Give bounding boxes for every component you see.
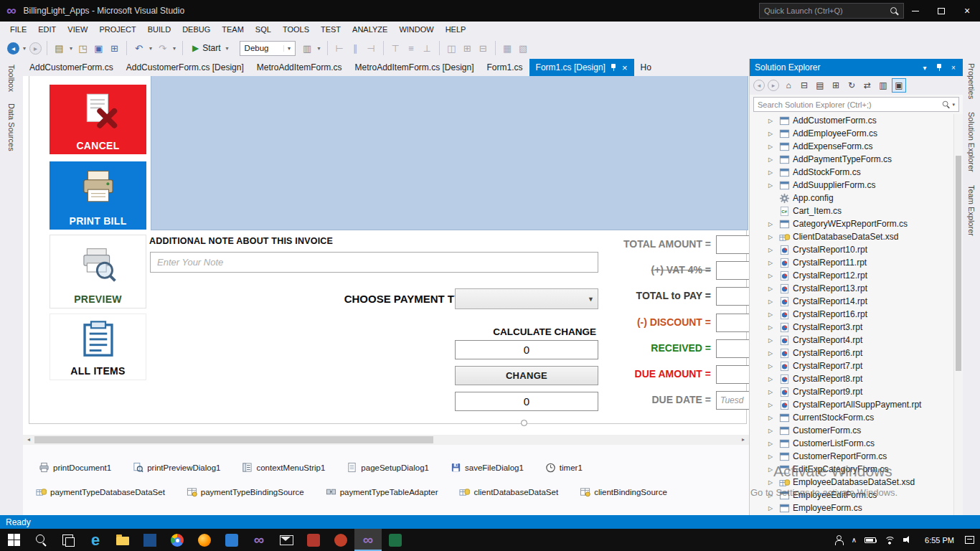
solution-explorer-item-crystalreportallsupppayment-rpt[interactable]: ▷CrystalReportAllSuppPayment.rpt <box>750 398 953 411</box>
expander-icon[interactable]: ▷ <box>767 221 774 227</box>
solution-explorer-item-customerform-cs[interactable]: ▷CustomerForm.cs <box>750 424 953 437</box>
clock[interactable]: 6:55 PM <box>922 536 957 545</box>
solution-explorer-item-customerreportform-cs[interactable]: ▷CustomerReportForm.cs <box>750 450 953 463</box>
expander-icon[interactable]: ▷ <box>767 182 774 189</box>
total-input-0[interactable] <box>716 235 749 254</box>
tray-item-paymenttypetableadapter[interactable]: paymentTypeTableAdapter <box>326 486 438 497</box>
solution-explorer-item-crystalreport16-rpt[interactable]: ▷CrystalReport16.rpt <box>750 308 953 321</box>
tray-item-timer1[interactable]: timer1 <box>545 462 583 473</box>
solution-explorer-item-currentstockform-cs[interactable]: ▷CurrentStockForm.cs <box>750 411 953 424</box>
expander-icon[interactable]: ▷ <box>767 286 774 292</box>
solution-explorer-item-addemployeeform-cs[interactable]: ▷AddEmployeeForm.cs <box>750 127 953 140</box>
chrome-icon[interactable] <box>164 529 191 551</box>
quick-launch-input[interactable] <box>764 6 890 15</box>
solution-explorer-item-addstockform-cs[interactable]: ▷AddStockForm.cs <box>750 166 953 179</box>
solution-platforms-icon[interactable]: ▥ <box>301 43 314 54</box>
solution-explorer-item-crystalreport12-rpt[interactable]: ▷CrystalReport12.rpt <box>750 269 953 282</box>
solution-explorer-item-addcustomerform-cs[interactable]: ▷AddCustomerForm.cs <box>750 114 953 127</box>
total-input-2[interactable] <box>716 287 749 306</box>
cancel-button[interactable]: CANCEL <box>50 85 146 154</box>
invoice-datagrid[interactable] <box>151 76 748 230</box>
menu-project[interactable]: PROJECT <box>93 22 141 37</box>
horizontal-spacing-icon[interactable]: ▦ <box>501 43 514 54</box>
align-middles-icon[interactable]: ≡ <box>405 43 418 54</box>
solution-explorer-scrollbar[interactable] <box>953 114 963 515</box>
dropdown-caret-icon[interactable]: ▾ <box>68 45 74 52</box>
expander-icon[interactable]: ▷ <box>767 337 774 344</box>
preview-button[interactable]: PREVIEW <box>50 235 146 309</box>
solution-explorer-item-app-config[interactable]: App.config <box>750 192 953 204</box>
panel-tab-data-sources[interactable]: Data Sources <box>7 103 16 151</box>
expander-icon[interactable]: ▷ <box>767 428 774 434</box>
visual-studio-active-icon[interactable] <box>354 529 382 551</box>
panel-tab-properties[interactable]: Properties <box>967 63 976 99</box>
task-view-icon[interactable] <box>55 529 82 551</box>
align-rights-icon[interactable]: ⊣ <box>364 43 378 54</box>
save-all-icon[interactable]: ⊞ <box>108 43 121 54</box>
solution-explorer-item-crystalreport13-rpt[interactable]: ▷CrystalReport13.rpt <box>750 282 953 295</box>
form-resize-handle[interactable] <box>521 420 527 426</box>
menu-file[interactable]: FILE <box>4 22 32 37</box>
battery-icon[interactable] <box>864 537 876 543</box>
solution-explorer-item-employeeform-cs[interactable]: ▷EmployeeForm.cs <box>750 501 953 514</box>
back-icon[interactable]: ◂ <box>7 42 19 55</box>
expander-icon[interactable]: ▷ <box>767 118 774 124</box>
start-icon[interactable] <box>0 529 27 551</box>
expander-icon[interactable]: ▷ <box>767 156 774 163</box>
app-red-icon[interactable] <box>300 529 327 551</box>
solution-explorer-item-crystalreport3-rpt[interactable]: ▷CrystalReport3.rpt <box>750 321 953 334</box>
tray-item-paymenttypebindingsource[interactable]: paymentTypeBindingSource <box>187 486 304 497</box>
editor-tab-addcustomerform-cs[interactable]: AddCustomerForm.cs <box>23 59 120 76</box>
solution-explorer-item-crystalreport10-rpt[interactable]: ▷CrystalReport10.rpt <box>750 243 953 256</box>
chevron-up-icon[interactable]: ∧ <box>852 536 857 544</box>
align-bottoms-icon[interactable]: ⊥ <box>420 43 434 54</box>
action-center-icon[interactable] <box>965 536 974 544</box>
solution-explorer-item-addsuupplierform-cs[interactable]: ▷AddSuupplierForm.cs <box>750 179 953 192</box>
editor-tab-form1-cs[interactable]: Form1.cs <box>481 59 529 76</box>
solution-explorer-item-addexpenseform-cs[interactable]: ▷AddExpenseForm.cs <box>750 140 953 153</box>
menu-test[interactable]: TEST <box>315 22 347 37</box>
close-icon[interactable]: × <box>946 60 961 75</box>
open-file-icon[interactable]: ◳ <box>76 43 90 54</box>
solution-explorer-item-crystalreport11-rpt[interactable]: ▷CrystalReport11.rpt <box>750 256 953 269</box>
expander-icon[interactable]: ▷ <box>767 441 774 447</box>
expander-icon[interactable]: ▷ <box>767 466 774 473</box>
expander-icon[interactable]: ▷ <box>767 363 774 369</box>
expander-icon[interactable]: ▷ <box>767 311 774 318</box>
design-form-surface[interactable]: CANCELPRINT BILLPREVIEWALL ITEMS ADDITIO… <box>29 76 747 424</box>
editor-tab-addcustomerform-cs-design[interactable]: AddCustomerForm.cs [Design] <box>120 59 250 76</box>
minimize-button[interactable] <box>903 0 928 22</box>
tray-item-paymenttypedatabasedataset[interactable]: paymentTypeDatabaseDataSet <box>36 486 165 497</box>
scroll-left-icon[interactable]: ◂ <box>23 435 34 445</box>
tray-item-savefiledialog1[interactable]: saveFileDialog1 <box>451 462 524 473</box>
items-button[interactable]: ALL ITEMS <box>50 314 146 380</box>
chevron-down-icon[interactable]: ▾ <box>918 60 932 75</box>
solution-explorer-item-editexpcategoryform-cs[interactable]: ▷EditExpCategoryForm.cs <box>750 463 953 476</box>
mail-icon[interactable] <box>273 529 300 551</box>
scrollbar-thumb[interactable] <box>956 156 961 371</box>
pin-icon[interactable] <box>932 60 946 75</box>
close-icon[interactable]: × <box>622 63 628 72</box>
back-icon[interactable]: ◂ <box>753 80 765 91</box>
expander-icon[interactable]: ▷ <box>767 143 774 150</box>
pin-icon[interactable] <box>611 64 617 72</box>
expander-icon[interactable]: ▷ <box>767 131 774 137</box>
preview-selected-items-icon[interactable]: ▣ <box>892 78 906 93</box>
app-maroon-icon[interactable] <box>327 529 354 551</box>
tray-item-pagesetupdialog1[interactable]: pageSetupDialog1 <box>347 462 429 473</box>
expander-icon[interactable]: ▷ <box>767 505 774 512</box>
forward-icon[interactable]: ▸ <box>29 42 42 55</box>
debug-configuration-combo[interactable]: Debug▾ <box>240 41 296 56</box>
dropdown-caret-icon[interactable]: ▾ <box>22 45 27 52</box>
expander-icon[interactable]: ▷ <box>767 273 774 279</box>
expander-icon[interactable]: ▷ <box>767 415 774 421</box>
expander-icon[interactable]: ▷ <box>767 234 774 240</box>
solution-explorer-item-addpaymenttypeform-cs[interactable]: ▷AddPaymentTypeForm.cs <box>750 153 953 166</box>
solution-explorer-item-crystalreport7-rpt[interactable]: ▷CrystalReport7.rpt <box>750 359 953 372</box>
menu-team[interactable]: TEAM <box>216 22 250 37</box>
solution-explorer-item-crystalreport4-rpt[interactable]: ▷CrystalReport4.rpt <box>750 334 953 347</box>
tray-item-clientdatabasedataset[interactable]: clientDatabaseDataSet <box>459 486 558 497</box>
tray-item-printdocument1[interactable]: printDocument1 <box>39 462 111 473</box>
show-all-files-icon[interactable]: ⊞ <box>829 78 843 93</box>
align-centers-icon[interactable]: ∥ <box>349 43 362 54</box>
